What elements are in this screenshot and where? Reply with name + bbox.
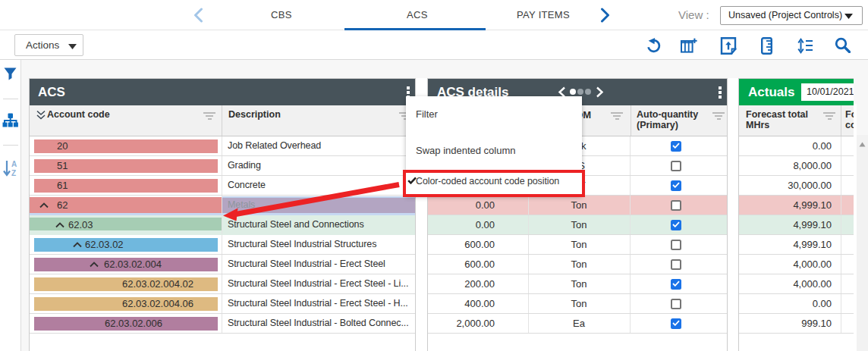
svg-text:A: A bbox=[11, 160, 17, 168]
svg-text:Z: Z bbox=[11, 169, 16, 177]
